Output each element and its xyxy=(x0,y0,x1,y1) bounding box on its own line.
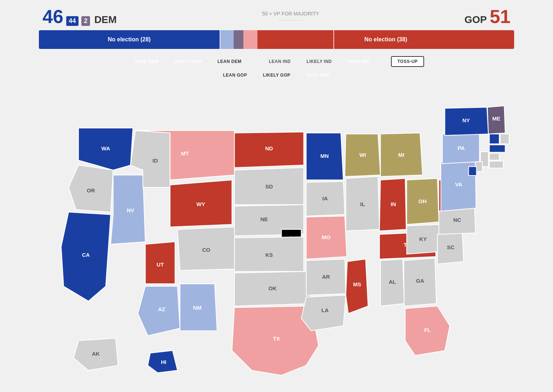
gop-score: GOP 51 xyxy=(464,7,511,26)
state-HI[interactable] xyxy=(148,351,178,373)
state-UT[interactable] xyxy=(145,242,175,284)
state-GA[interactable] xyxy=(404,258,436,306)
state-MS[interactable] xyxy=(346,259,368,313)
legend-row-2: LEAN GOP LIKELY GOP SAFE GOP xyxy=(217,70,336,80)
state-CT[interactable] xyxy=(489,161,503,168)
state-LA[interactable] xyxy=(301,295,346,331)
lean-dem-bar xyxy=(220,30,234,49)
majority-label: 50 + VP FOR MAJORITY - - - - - - - - - -… xyxy=(262,11,319,22)
state-OH[interactable] xyxy=(407,178,439,224)
dem-ind-box-count: 2 xyxy=(81,16,90,26)
state-IA[interactable] xyxy=(306,182,345,216)
state-WY[interactable] xyxy=(170,180,232,227)
state-PA[interactable] xyxy=(442,133,480,164)
state-MD[interactable] xyxy=(469,167,477,176)
legend-safe-gop: SAFE GOP xyxy=(301,70,336,80)
state-WI[interactable] xyxy=(345,134,381,177)
lean-gop-bar xyxy=(243,30,258,49)
state-NY[interactable] xyxy=(445,107,489,135)
state-SD[interactable] xyxy=(234,168,304,205)
no-election-gop-bar: No election (38) xyxy=(257,30,514,49)
state-ME[interactable] xyxy=(487,106,505,134)
dem-big-number: 46 xyxy=(42,7,63,26)
state-MN[interactable] xyxy=(306,133,343,180)
state-FL[interactable] xyxy=(405,306,450,356)
state-MA[interactable] xyxy=(489,145,505,152)
state-AR[interactable] xyxy=(306,259,346,295)
state-IN[interactable] xyxy=(379,178,406,231)
state-CA[interactable] xyxy=(61,212,111,301)
legend-container: SAFE DEM LIKELY DEM LEAN DEM LEAN IND LI… xyxy=(39,56,514,80)
legend-lean-ind: LEAN IND xyxy=(263,57,297,66)
state-AK[interactable] xyxy=(73,338,118,370)
state-NC[interactable] xyxy=(439,207,476,234)
state-NV[interactable] xyxy=(111,175,145,245)
state-NM[interactable] xyxy=(180,284,217,331)
state-AL[interactable] xyxy=(381,259,404,306)
legend-toss-up: TOSS-UP xyxy=(391,56,424,67)
legend-lean-dem: LEAN DEM xyxy=(212,57,247,66)
gop-big-number: 51 xyxy=(490,7,511,26)
state-KS[interactable] xyxy=(234,237,304,272)
state-NH[interactable] xyxy=(500,134,509,144)
state-OR[interactable] xyxy=(69,165,113,212)
legend-lean-gop: LEAN GOP xyxy=(217,70,253,80)
legend-likely-gop: LIKELY GOP xyxy=(257,70,296,80)
legend-likely-ind: LIKELY IND xyxy=(301,57,337,66)
legend-safe-ind: SAFE IND xyxy=(342,57,375,66)
map-container: WA OR CA NV ID MT WY UT AZ xyxy=(39,88,514,392)
dem-label: DEM xyxy=(94,14,117,26)
us-map-svg: WA OR CA NV ID MT WY UT AZ xyxy=(39,88,514,392)
legend-likely-dem: LIKELY DEM xyxy=(168,57,207,66)
main-container: 46 44 2 DEM 50 + VP FOR MAJORITY - - - -… xyxy=(39,0,514,392)
dem-score: 46 44 2 DEM xyxy=(42,7,117,26)
state-OK[interactable] xyxy=(234,272,311,306)
state-SC[interactable] xyxy=(437,232,464,264)
state-AZ[interactable] xyxy=(138,286,180,336)
state-MO[interactable] xyxy=(306,216,347,259)
state-WA[interactable] xyxy=(78,128,133,170)
legend-row-1: SAFE DEM LIKELY DEM LEAN DEM LEAN IND LI… xyxy=(129,56,424,67)
dem-box-count: 44 xyxy=(66,16,78,26)
progress-bar: No election (28) No election (38) xyxy=(39,30,514,49)
no-election-dem-bar: No election (28) xyxy=(39,30,220,49)
gop-label: GOP xyxy=(464,14,487,26)
state-ND[interactable] xyxy=(234,132,304,168)
state-RI[interactable] xyxy=(489,153,499,160)
legend-safe-dem: SAFE DEM xyxy=(129,57,164,66)
state-MI[interactable] xyxy=(381,133,423,177)
score-header: 46 44 2 DEM 50 + VP FOR MAJORITY - - - -… xyxy=(39,7,514,26)
state-IL[interactable] xyxy=(346,177,380,231)
state-KY[interactable] xyxy=(407,224,440,254)
likely-ind-bar xyxy=(234,30,243,49)
state-CO[interactable] xyxy=(177,227,237,270)
state-VT[interactable] xyxy=(489,134,499,144)
